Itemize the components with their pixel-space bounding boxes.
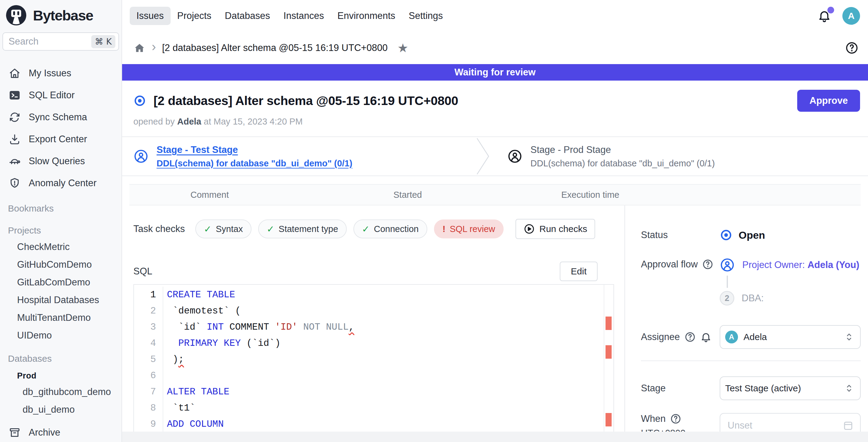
notify-bell-icon[interactable] xyxy=(700,331,712,343)
code-text: `id` INT COMMENT 'ID' NOT NULL, xyxy=(163,322,354,333)
assignee-select[interactable]: A Adela xyxy=(720,325,861,349)
help-icon[interactable] xyxy=(845,41,859,55)
sidebar-item-export-center[interactable]: Export Center xyxy=(0,128,121,150)
help-icon[interactable] xyxy=(702,258,714,270)
database-list: db_githubcom_demo db_ui_demo xyxy=(0,383,121,418)
code-line: 8 `t1` xyxy=(134,400,604,416)
stage-card-test[interactable]: Stage - Test Stage DDL(schema) for datab… xyxy=(122,145,476,168)
code-token: (`id`) xyxy=(241,338,280,349)
check-pill-connection[interactable]: ✓ Connection xyxy=(353,219,427,239)
help-icon[interactable] xyxy=(684,331,696,343)
sidebar-item-anomaly-center[interactable]: Anomaly Center xyxy=(0,172,121,194)
databases-section-label[interactable]: Databases xyxy=(0,344,121,366)
code-line: 5 ); xyxy=(134,351,604,368)
code-token: , xyxy=(348,322,354,333)
sidebar-project-multitenantdemo[interactable]: MultiTenantDemo xyxy=(0,309,121,327)
nav-environments[interactable]: Environments xyxy=(331,7,402,25)
sidebar-db-githubcom-demo[interactable]: db_githubcom_demo xyxy=(0,383,121,401)
check-pill-syntax[interactable]: ✓ Syntax xyxy=(195,219,251,239)
assignee-row: Assignee A Adela xyxy=(641,325,861,349)
code-line: 2 `demotest` ( xyxy=(134,303,604,319)
code-text: ALTER TABLE xyxy=(163,386,229,397)
sidebar-project-uidemo[interactable]: UIDemo xyxy=(0,327,121,344)
status-value-wrap: Open xyxy=(720,229,765,242)
sidebar-item-sync-schema[interactable]: Sync Schema xyxy=(0,106,121,128)
task-table-header: Comment Started Execution time xyxy=(129,184,861,206)
run-checks-button[interactable]: Run checks xyxy=(516,219,595,239)
nav-issues[interactable]: Issues xyxy=(130,7,170,25)
code-text: `t1` xyxy=(163,403,195,413)
code-token: INT xyxy=(207,322,224,333)
approval-step-1: Project Owner: Adela (You) xyxy=(720,257,860,273)
calendar-icon[interactable] xyxy=(842,420,854,431)
when-label: When xyxy=(641,413,665,424)
opened-prefix: opened by xyxy=(133,117,175,126)
status-value: Open xyxy=(739,229,765,241)
stage-separator-chevron xyxy=(476,138,490,175)
project-list: CheckMetric GitHubComDemo GitLabComDemo … xyxy=(0,238,121,344)
stage-name: Stage - Prod Stage xyxy=(530,145,715,155)
code-text: ADD COLUMN xyxy=(163,419,224,430)
line-number: 6 xyxy=(134,368,163,384)
approval-assignee[interactable]: Adela (You) xyxy=(808,259,860,270)
check-pill-sql-review[interactable]: ! SQL review xyxy=(434,219,504,239)
code-token: ; xyxy=(178,354,184,365)
sidebar: Bytebase Search ⌘ K My Issues SQL Editor… xyxy=(0,0,122,442)
stage-task-link[interactable]: DDL(schema) for database "db_ui_demo" (0… xyxy=(157,158,352,168)
code-lines: 1CREATE TABLE2 `demotest` (3 `id` INT CO… xyxy=(134,285,604,432)
assignee-label-wrap: Assignee xyxy=(641,331,720,343)
sidebar-project-githubcomdemo[interactable]: GitHubComDemo xyxy=(0,256,121,274)
stage-card-prod[interactable]: Stage - Prod Stage DDL(schema) for datab… xyxy=(490,145,715,168)
code-text: `demotest` ( xyxy=(163,306,241,316)
approval-flow-label-wrap: Approval flow xyxy=(641,258,720,270)
stage-name-link[interactable]: Stage - Test Stage xyxy=(157,145,352,155)
nav-instances[interactable]: Instances xyxy=(277,7,331,25)
home-icon xyxy=(8,67,21,80)
search-input[interactable]: Search ⌘ K xyxy=(2,32,119,51)
bookmarks-section-label[interactable]: Bookmarks xyxy=(0,194,121,216)
nav-databases[interactable]: Databases xyxy=(218,7,277,25)
breadcrumb-title: [2 databases] Alter schema @05-15 16:19 … xyxy=(162,42,388,54)
help-icon[interactable] xyxy=(670,413,682,424)
projects-section-label[interactable]: Projects xyxy=(0,216,121,238)
sidebar-project-gitlabcomdemo[interactable]: GitLabComDemo xyxy=(0,274,121,291)
sidebar-item-archive[interactable]: Archive xyxy=(0,418,121,442)
overview-ruler[interactable] xyxy=(604,285,614,432)
logo-text: Bytebase xyxy=(33,7,93,24)
notifications-bell-icon[interactable] xyxy=(817,9,831,23)
person-icon xyxy=(507,149,523,164)
stage-label: Stage xyxy=(641,383,720,394)
approval-step-text: Project Owner: Adela (You) xyxy=(742,259,860,271)
column-header-comment: Comment xyxy=(190,190,394,200)
sidebar-item-my-issues[interactable]: My Issues xyxy=(0,62,121,84)
assignee-label: Assignee xyxy=(641,332,680,343)
stage-select[interactable]: Test Stage (active) xyxy=(720,376,861,400)
turtle-icon xyxy=(8,155,21,167)
issue-author[interactable]: Adela xyxy=(177,117,202,126)
sidebar-project-hospital-databases[interactable]: Hospital Databases xyxy=(0,291,121,309)
opened-suffix: at May 15, 2023 4:20 PM xyxy=(204,117,303,126)
logo[interactable]: Bytebase xyxy=(0,0,121,31)
status-banner: Waiting for review xyxy=(122,64,868,81)
approve-button[interactable]: Approve xyxy=(797,90,860,112)
environment-label-prod: Prod xyxy=(0,366,121,383)
code-token: PRIMARY KEY xyxy=(178,338,241,349)
check-pill-statement-type[interactable]: ✓ Statement type xyxy=(258,219,347,239)
check-pass-icon: ✓ xyxy=(362,224,370,234)
sidebar-project-checkmetric[interactable]: CheckMetric xyxy=(0,238,121,256)
edit-sql-button[interactable]: Edit xyxy=(560,262,597,281)
avatar[interactable]: A xyxy=(842,7,860,25)
star-icon[interactable]: ★ xyxy=(397,42,408,54)
code-line: 1CREATE TABLE xyxy=(134,287,604,303)
search-placeholder: Search xyxy=(8,36,91,47)
topbar-right: A xyxy=(817,7,860,25)
code-token: NOT NULL xyxy=(298,322,348,333)
home-icon[interactable] xyxy=(133,42,146,54)
stage-value: Test Stage (active) xyxy=(725,383,844,393)
nav-projects[interactable]: Projects xyxy=(170,7,218,25)
sidebar-item-sql-editor[interactable]: SQL Editor xyxy=(0,84,121,106)
nav-settings[interactable]: Settings xyxy=(402,7,450,25)
sidebar-item-slow-queries[interactable]: Slow Queries xyxy=(0,150,121,172)
sql-editor[interactable]: 1CREATE TABLE2 `demotest` (3 `id` INT CO… xyxy=(133,284,614,433)
sidebar-db-ui-demo[interactable]: db_ui_demo xyxy=(0,401,121,418)
